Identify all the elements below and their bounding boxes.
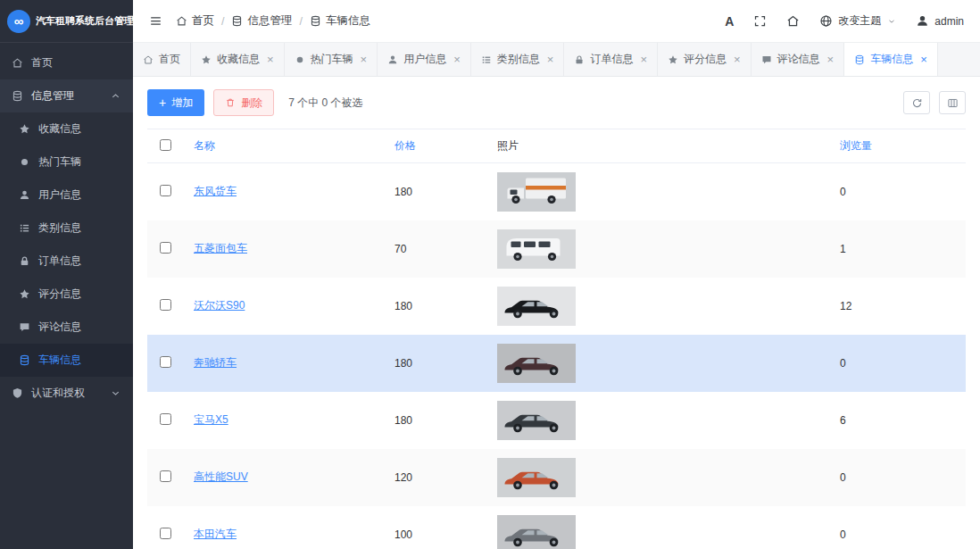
- main-area: 首页 / 信息管理 / 车辆信息 A: [133, 0, 980, 549]
- close-icon[interactable]: ×: [547, 53, 554, 66]
- views-cell: 0: [829, 449, 966, 506]
- row-checkbox[interactable]: [160, 185, 171, 196]
- close-icon[interactable]: ×: [640, 53, 647, 66]
- tab-home[interactable]: 首页: [133, 43, 191, 76]
- sidebar-item-auth[interactable]: 认证和授权: [0, 377, 133, 410]
- tab-hot-vehicles[interactable]: 热门车辆 ×: [285, 43, 378, 76]
- vehicle-name-link[interactable]: 东风货车: [194, 185, 237, 197]
- row-checkbox[interactable]: [160, 356, 171, 368]
- fullscreen-icon[interactable]: [753, 14, 767, 28]
- column-header-name[interactable]: 名称: [183, 129, 384, 163]
- table-row[interactable]: 高性能SUV 120 0: [147, 449, 966, 506]
- breadcrumb-label: 车辆信息: [326, 13, 370, 29]
- views-cell: 6: [829, 392, 966, 449]
- vehicle-name-link[interactable]: 五菱面包车: [194, 242, 247, 254]
- sidebar-item-home[interactable]: 首页: [0, 46, 133, 79]
- tab-label: 热门车辆: [311, 52, 353, 67]
- user-icon: [19, 189, 30, 201]
- sidebar-item-orders[interactable]: 订单信息: [0, 245, 133, 278]
- vehicle-photo: [497, 344, 576, 383]
- vehicle-name-link[interactable]: 宝马X5: [194, 413, 228, 426]
- selection-count: 7 个中 0 个被选: [288, 96, 362, 111]
- row-checkbox[interactable]: [160, 470, 171, 482]
- sidebar-item-label: 认证和授权: [31, 386, 85, 401]
- shield-icon: [12, 387, 23, 399]
- price-cell: 70: [384, 220, 486, 278]
- sidebar-item-label: 订单信息: [38, 254, 81, 269]
- chevron-down-icon: [110, 387, 121, 399]
- sidebar-item-hot-vehicles[interactable]: 热门车辆: [0, 146, 133, 179]
- database-icon: [310, 15, 321, 27]
- add-button-label: 增加: [171, 96, 193, 111]
- tab-orders[interactable]: 订单信息 ×: [564, 43, 658, 76]
- theme-switcher[interactable]: 改变主题: [819, 13, 896, 29]
- database-icon: [231, 15, 243, 27]
- tab-ratings[interactable]: 评分信息 ×: [658, 43, 752, 76]
- lock-icon: [19, 255, 30, 267]
- close-icon[interactable]: ×: [453, 53, 461, 66]
- breadcrumb: 首页 / 信息管理 / 车辆信息: [176, 13, 370, 29]
- toolbar: + 增加 删除 7 个中 0 个被选: [147, 89, 966, 116]
- home-icon: [176, 15, 187, 27]
- close-icon[interactable]: ×: [361, 53, 368, 66]
- table-row[interactable]: 东风货车 180 0: [147, 163, 966, 220]
- trash-icon: [225, 97, 236, 108]
- tab-categories[interactable]: 类别信息 ×: [471, 43, 565, 76]
- close-icon[interactable]: ×: [734, 53, 741, 66]
- font-size-button[interactable]: A: [725, 14, 734, 29]
- plus-icon: +: [159, 96, 166, 109]
- sidebar-item-favorites[interactable]: 收藏信息: [0, 112, 133, 146]
- app-brand: ∞ 汽车租聘系统后台管理: [0, 0, 133, 43]
- row-checkbox[interactable]: [160, 528, 171, 539]
- sidebar-item-vehicles[interactable]: 车辆信息: [0, 344, 133, 377]
- vehicle-name-link[interactable]: 本田汽车: [194, 528, 237, 540]
- columns-button[interactable]: [939, 91, 966, 114]
- hamburger-menu-icon[interactable]: [149, 14, 162, 28]
- column-header-views[interactable]: 浏览量: [829, 129, 966, 163]
- table-row[interactable]: 沃尔沃S90 180 12: [147, 278, 966, 335]
- vehicle-name-link[interactable]: 高性能SUV: [194, 470, 248, 483]
- sidebar-item-categories[interactable]: 类别信息: [0, 212, 133, 245]
- column-header-price[interactable]: 价格: [384, 129, 486, 163]
- close-icon[interactable]: ×: [920, 53, 927, 66]
- lock-icon: [574, 54, 585, 65]
- vehicle-name-link[interactable]: 沃尔沃S90: [194, 299, 245, 312]
- add-button[interactable]: + 增加: [147, 89, 204, 116]
- user-icon: [916, 14, 929, 28]
- home-icon: [12, 57, 23, 69]
- close-icon[interactable]: ×: [827, 53, 835, 66]
- table-row[interactable]: 宝马X5 180 6: [147, 392, 966, 449]
- refresh-button[interactable]: [903, 91, 930, 114]
- theme-label: 改变主题: [838, 13, 881, 29]
- row-checkbox[interactable]: [160, 413, 171, 425]
- vehicles-table: 名称 价格 照片 浏览量 东风货车 180 0: [147, 129, 966, 549]
- breadcrumb-vehicles[interactable]: 车辆信息: [310, 13, 370, 29]
- price-cell: 100: [384, 506, 486, 549]
- tab-comments[interactable]: 评论信息 ×: [752, 43, 845, 76]
- select-all-checkbox[interactable]: [160, 139, 171, 151]
- user-menu[interactable]: admin: [916, 14, 964, 28]
- breadcrumb-info-management[interactable]: 信息管理: [231, 13, 292, 29]
- home-icon[interactable]: [786, 14, 800, 28]
- star-icon: [668, 54, 678, 65]
- table-row[interactable]: 本田汽车 100 0: [147, 506, 966, 549]
- table-row[interactable]: 五菱面包车 70 1: [147, 220, 966, 278]
- sidebar-item-users[interactable]: 用户信息: [0, 179, 133, 212]
- row-checkbox[interactable]: [160, 242, 171, 254]
- row-checkbox[interactable]: [160, 299, 171, 311]
- tab-vehicles[interactable]: 车辆信息 ×: [844, 43, 938, 76]
- vehicle-name-link[interactable]: 奔驰轿车: [194, 356, 237, 369]
- breadcrumb-separator: /: [221, 15, 224, 28]
- tab-label: 订单信息: [590, 52, 633, 67]
- close-icon[interactable]: ×: [267, 53, 274, 66]
- sidebar-item-ratings[interactable]: 评分信息: [0, 278, 133, 311]
- tab-users[interactable]: 用户信息 ×: [378, 43, 471, 76]
- sidebar-item-comments[interactable]: 评论信息: [0, 311, 133, 344]
- delete-button[interactable]: 删除: [213, 89, 274, 116]
- vehicle-photo: [497, 458, 576, 497]
- delete-button-label: 删除: [241, 96, 262, 111]
- sidebar-item-info-management[interactable]: 信息管理: [0, 79, 133, 112]
- table-row-selected[interactable]: 奔驰轿车 180 0: [147, 335, 966, 392]
- breadcrumb-home[interactable]: 首页: [176, 13, 214, 29]
- tab-favorites[interactable]: 收藏信息 ×: [191, 43, 285, 76]
